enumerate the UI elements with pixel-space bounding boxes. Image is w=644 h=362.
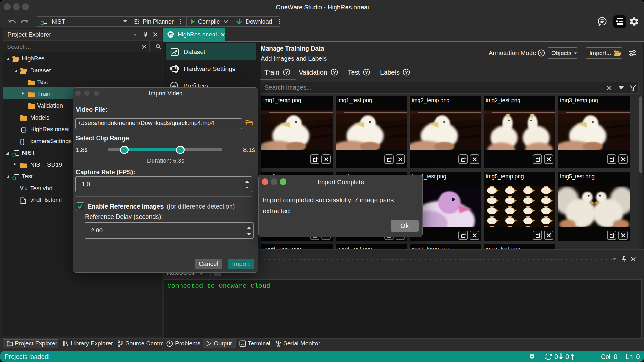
- svg-text:?: ?: [405, 70, 408, 75]
- svg-text:?: ?: [333, 70, 336, 75]
- svg-text:AI: AI: [169, 34, 172, 36]
- svg-text:AI: AI: [23, 129, 25, 132]
- svg-text:?: ?: [540, 51, 543, 56]
- svg-text:?: ?: [365, 70, 368, 75]
- svg-text:?: ?: [285, 70, 288, 75]
